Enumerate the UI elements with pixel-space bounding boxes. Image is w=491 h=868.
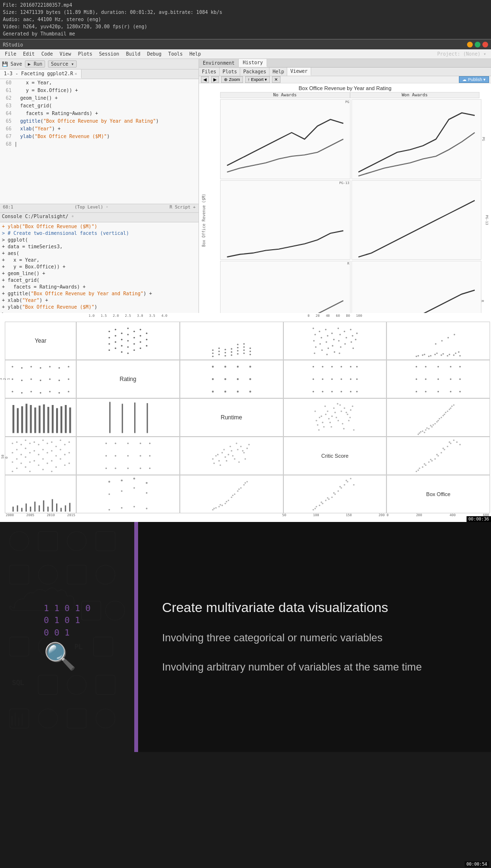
tab-plots[interactable]: Plots bbox=[220, 68, 240, 76]
svg-point-401 bbox=[331, 497, 332, 498]
scatter-matrix-section: 1.0 1.5 2.0 2.5 3.0 3.5 4.0 0 20 40 60 8… bbox=[0, 313, 491, 522]
svg-rect-357 bbox=[39, 505, 40, 511]
label-year: Year bbox=[5, 322, 76, 360]
svg-point-297 bbox=[115, 455, 116, 456]
svg-point-380 bbox=[222, 505, 223, 506]
svg-point-191 bbox=[328, 418, 329, 419]
svg-point-317 bbox=[246, 448, 248, 449]
svg-point-90 bbox=[436, 352, 438, 354]
svg-point-240 bbox=[436, 421, 438, 423]
svg-point-289 bbox=[69, 452, 70, 453]
svg-point-431 bbox=[67, 675, 86, 694]
svg-point-59 bbox=[321, 349, 323, 351]
svg-point-193 bbox=[334, 412, 336, 413]
svg-point-276 bbox=[51, 450, 52, 451]
svg-point-271 bbox=[42, 469, 44, 470]
svg-point-282 bbox=[60, 440, 61, 441]
svg-point-232 bbox=[426, 428, 428, 429]
svg-point-197 bbox=[347, 414, 348, 415]
svg-point-393 bbox=[238, 488, 240, 490]
svg-point-128 bbox=[224, 378, 226, 380]
svg-point-28 bbox=[212, 356, 213, 357]
svg-point-329 bbox=[248, 444, 249, 445]
tab-environment[interactable]: Environment bbox=[199, 59, 239, 67]
svg-point-287 bbox=[64, 464, 66, 466]
menu-build[interactable]: Build bbox=[123, 51, 143, 57]
zoom-btn[interactable]: ⊕ Zoom bbox=[221, 76, 243, 83]
run-btn[interactable]: ▶ Run bbox=[25, 60, 45, 68]
svg-point-216 bbox=[343, 428, 344, 429]
svg-point-231 bbox=[420, 431, 421, 432]
toolbar-save[interactable]: 💾 Save bbox=[2, 61, 22, 67]
svg-rect-359 bbox=[47, 507, 49, 511]
tab-history[interactable]: History bbox=[239, 59, 267, 67]
svg-point-420 bbox=[38, 565, 58, 584]
source-btn[interactable]: Source ▾ bbox=[48, 60, 77, 68]
plot-prev-btn[interactable]: ◀ bbox=[201, 76, 209, 83]
svg-rect-183 bbox=[109, 402, 111, 433]
timestamp-scatter: 00:00:36 bbox=[467, 516, 491, 522]
svg-point-295 bbox=[149, 442, 151, 444]
menu-help[interactable]: Help bbox=[187, 51, 204, 57]
svg-point-367 bbox=[121, 507, 122, 509]
close-btn[interactable] bbox=[482, 42, 488, 47]
tab-packages[interactable]: Packages bbox=[240, 68, 269, 76]
svg-rect-174 bbox=[35, 407, 36, 433]
svg-point-327 bbox=[242, 450, 243, 451]
svg-point-119 bbox=[58, 380, 60, 381]
tab-viewer[interactable]: Viewer bbox=[287, 68, 311, 76]
slide-left-panel: PL SQL 1 1 0 1 0 bbox=[0, 522, 134, 752]
scatter-year-boxoffice bbox=[386, 322, 490, 360]
menu-file[interactable]: File bbox=[2, 51, 19, 57]
menu-session[interactable]: Session bbox=[96, 51, 122, 57]
menu-tools[interactable]: Tools bbox=[165, 51, 186, 57]
svg-point-344 bbox=[430, 459, 432, 460]
svg-point-105 bbox=[12, 391, 13, 392]
svg-point-20 bbox=[133, 349, 135, 351]
svg-point-122 bbox=[68, 378, 69, 380]
export-btn[interactable]: ↑ Export ▾ bbox=[245, 76, 270, 83]
menu-view[interactable]: View bbox=[57, 51, 74, 57]
publish-btn[interactable]: ☁ Publish ▾ bbox=[459, 76, 489, 83]
tab-files[interactable]: Files bbox=[199, 68, 220, 76]
svg-point-368 bbox=[121, 490, 122, 492]
svg-point-97 bbox=[447, 337, 449, 338]
plot-next-btn[interactable]: ▶ bbox=[211, 76, 219, 83]
tab-faceting[interactable]: 1-3 - Faceting ggplot2.R × bbox=[0, 69, 82, 79]
slide-accent-bar bbox=[134, 522, 138, 752]
svg-point-14 bbox=[127, 340, 129, 341]
maximize-btn[interactable] bbox=[475, 42, 480, 47]
svg-point-37 bbox=[231, 354, 232, 356]
svg-point-49 bbox=[249, 351, 251, 352]
minimize-btn[interactable] bbox=[467, 42, 473, 47]
svg-point-80 bbox=[352, 347, 354, 349]
svg-point-42 bbox=[237, 347, 238, 348]
svg-point-293 bbox=[127, 442, 129, 444]
code-editor[interactable]: 60 x = Year, 61 y = Box.Office)) + 62 ge… bbox=[0, 79, 199, 204]
svg-point-84 bbox=[418, 355, 419, 357]
svg-point-215 bbox=[337, 403, 338, 405]
tab-close-icon[interactable]: × bbox=[75, 71, 77, 76]
svg-point-260 bbox=[29, 461, 31, 463]
menu-edit[interactable]: Edit bbox=[20, 51, 37, 57]
scatter-rating-year bbox=[5, 360, 76, 398]
clear-plot-btn[interactable]: ✕ bbox=[272, 76, 281, 83]
menu-debug[interactable]: Debug bbox=[144, 51, 164, 57]
svg-point-155 bbox=[425, 366, 427, 367]
svg-point-350 bbox=[459, 444, 461, 445]
svg-point-335 bbox=[432, 460, 433, 462]
tab-help[interactable]: Help bbox=[269, 68, 287, 76]
svg-rect-355 bbox=[30, 507, 31, 511]
svg-point-15 bbox=[127, 346, 129, 347]
svg-rect-364 bbox=[69, 503, 70, 511]
svg-point-98 bbox=[453, 354, 455, 356]
svg-point-440 bbox=[96, 709, 115, 728]
svg-rect-181 bbox=[65, 405, 67, 433]
svg-point-249 bbox=[16, 458, 18, 460]
svg-point-391 bbox=[226, 501, 227, 502]
svg-point-67 bbox=[332, 345, 333, 347]
console-content[interactable]: + ylab("Box Office Revenue ($M)") > # Cr… bbox=[0, 222, 199, 313]
menu-code[interactable]: Code bbox=[38, 51, 56, 57]
svg-point-296 bbox=[105, 455, 107, 456]
menu-plots[interactable]: Plots bbox=[75, 51, 95, 57]
